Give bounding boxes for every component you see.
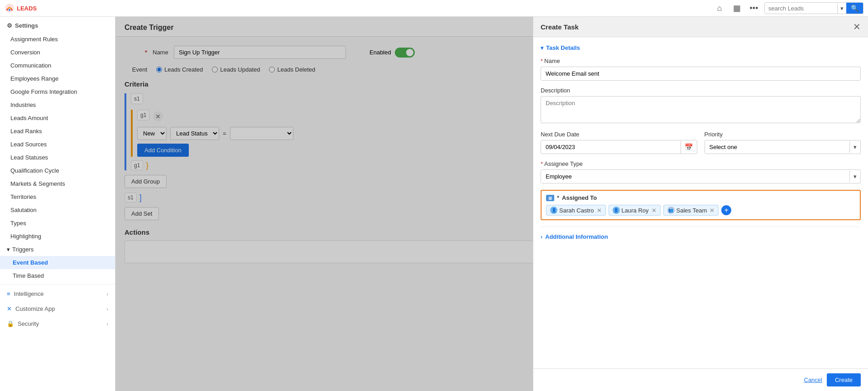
sidebar-item-event-based[interactable]: Event Based: [0, 256, 115, 269]
task-name-input[interactable]: [541, 67, 861, 81]
task-description-label: Description: [541, 87, 861, 94]
sidebar-item-highlighting[interactable]: Highlighting: [0, 230, 115, 243]
sidebar-item-salutation[interactable]: Salutation: [0, 203, 115, 217]
chevron-down-icon: ▾: [7, 246, 10, 253]
chevron-right-icon: ›: [106, 291, 108, 297]
sidebar-item-leads-amount[interactable]: Leads Amount: [0, 111, 115, 125]
chevron-right-icon-3: ›: [106, 321, 108, 327]
remove-sales-team-button[interactable]: ✕: [710, 208, 715, 213]
home-button[interactable]: ⌂: [713, 1, 726, 15]
assignee-type-dropdown-arrow[interactable]: ▾: [849, 171, 860, 182]
assignee-type-required-star: *: [541, 160, 543, 167]
assignee-team-icon-sales: 👥: [667, 207, 675, 214]
modal-title: Create Task: [541, 23, 579, 31]
task-priority-select-wrap: Select one ▾: [705, 140, 861, 154]
task-name-field-group: *Name: [541, 58, 861, 81]
modal-overlay: Create Task ✕ ▾ Task Details *Name: [115, 17, 868, 391]
search-button[interactable]: 🔍: [846, 3, 863, 14]
search-dropdown-arrow[interactable]: ▾: [837, 3, 846, 14]
search-wrap: ▾ 🔍: [764, 2, 863, 14]
assigned-to-required-star: *: [557, 194, 559, 201]
content-area: Create Trigger * Name Enabled Event Le: [115, 17, 868, 391]
task-priority-col: Priority Select one ▾: [705, 131, 861, 154]
modal-close-button[interactable]: ✕: [853, 22, 861, 31]
assignee-tags: 👤 Sarah Castro ✕ 👤 Laura Roy ✕ 👥: [546, 205, 855, 216]
modal-footer: Cancel Create: [533, 368, 868, 391]
task-details-section-header[interactable]: ▾ Task Details: [541, 44, 861, 51]
assignee-type-field-group: *Assignee Type Employee ▾: [541, 160, 861, 183]
assignee-name-laura: Laura Roy: [622, 207, 649, 214]
assignee-tag-sarah: 👤 Sarah Castro ✕: [546, 205, 606, 216]
more-button[interactable]: •••: [747, 1, 761, 15]
additional-info-section-header[interactable]: › Additional Information: [541, 227, 861, 240]
task-due-date-label: Next Due Date: [541, 131, 697, 138]
assignee-name-sales-team: Sales Team: [676, 207, 707, 214]
modal-body: ▾ Task Details *Name Description: [533, 37, 868, 368]
sidebar-item-lead-statuses[interactable]: Lead Statuses: [0, 151, 115, 164]
assignee-tag-sales-team: 👥 Sales Team ✕: [663, 205, 719, 216]
sidebar-security-group[interactable]: 🔒 Security ›: [0, 316, 115, 331]
remove-sarah-button[interactable]: ✕: [597, 208, 602, 213]
assignee-tag-laura: 👤 Laura Roy ✕: [609, 205, 661, 216]
sidebar-item-types[interactable]: Types: [0, 217, 115, 230]
task-name-required-star: *: [541, 58, 543, 64]
task-details-label: Task Details: [546, 44, 580, 51]
assigned-to-icon: ▦: [546, 195, 554, 201]
remove-laura-button[interactable]: ✕: [652, 208, 657, 213]
chart-button[interactable]: ▦: [730, 1, 743, 15]
task-details-chevron-icon: ▾: [541, 45, 543, 51]
add-assignee-button[interactable]: +: [721, 205, 731, 215]
assignee-person-icon-laura: 👤: [613, 207, 620, 214]
priority-dropdown-arrow[interactable]: ▾: [849, 141, 860, 153]
assignee-type-select-wrap: Employee ▾: [541, 169, 861, 183]
app-logo: LEADS: [5, 3, 37, 13]
task-date-wrap: 📅: [541, 140, 697, 154]
sidebar-item-lead-sources[interactable]: Lead Sources: [0, 138, 115, 151]
sidebar-item-qualification-cycle[interactable]: Qualification Cycle: [0, 164, 115, 177]
main-layout: ⚙ Settings Assignment Rules Conversion C…: [0, 17, 868, 391]
task-priority-label: Priority: [705, 131, 861, 138]
modal-panel: Create Task ✕ ▾ Task Details *Name: [533, 17, 868, 391]
sidebar-item-employees-range[interactable]: Employees Range: [0, 72, 115, 85]
task-description-field-group: Description: [541, 87, 861, 125]
task-name-label: *Name: [541, 58, 861, 64]
sidebar-customize-app-group[interactable]: ✕ Customize App ›: [0, 301, 115, 316]
assignee-name-sarah: Sarah Castro: [559, 207, 594, 214]
task-due-date-input[interactable]: [541, 140, 681, 154]
customize-icon: ✕: [7, 305, 12, 312]
sidebar-settings-title: ⚙ Settings: [0, 17, 115, 33]
assigned-to-label: Assigned To: [562, 194, 597, 201]
additional-info-label: Additional Information: [545, 233, 608, 240]
task-date-priority-row: Next Due Date 📅 Priority Select one: [541, 131, 861, 154]
create-button[interactable]: Create: [827, 373, 861, 386]
svg-point-1: [9, 9, 10, 11]
sidebar-item-conversion[interactable]: Conversion: [0, 46, 115, 59]
additional-info-chevron-icon: ›: [541, 234, 542, 240]
search-input[interactable]: [765, 3, 837, 14]
sidebar-item-time-based[interactable]: Time Based: [0, 269, 115, 282]
task-description-textarea[interactable]: [541, 96, 861, 123]
app-title: LEADS: [17, 5, 37, 12]
gear-icon: ⚙: [7, 22, 12, 29]
sidebar-item-lead-ranks[interactable]: Lead Ranks: [0, 125, 115, 138]
topnav: LEADS ⌂ ▦ ••• ▾ 🔍: [0, 0, 868, 17]
sidebar: ⚙ Settings Assignment Rules Conversion C…: [0, 17, 115, 391]
assigned-to-box: ▦ * Assigned To 👤 Sarah Castro ✕ 👤: [541, 190, 861, 220]
intelligence-icon: ≡: [7, 290, 10, 297]
sidebar-item-territories[interactable]: Territories: [0, 190, 115, 203]
sidebar-item-communication[interactable]: Communication: [0, 59, 115, 72]
calendar-icon-button[interactable]: 📅: [681, 141, 697, 154]
sidebar-item-markets-segments[interactable]: Markets & Segments: [0, 177, 115, 190]
cancel-button[interactable]: Cancel: [804, 373, 822, 386]
sidebar-item-google-forms[interactable]: Google Forms Integration: [0, 85, 115, 98]
assignee-type-select[interactable]: Employee: [541, 170, 849, 183]
assignee-person-icon-sarah: 👤: [550, 207, 557, 214]
modal-header: Create Task ✕: [533, 17, 868, 37]
sidebar-triggers-group[interactable]: ▾ Triggers: [0, 243, 115, 256]
sidebar-item-industries[interactable]: Industries: [0, 98, 115, 111]
task-priority-select[interactable]: Select one: [705, 140, 850, 154]
sidebar-item-assignment-rules[interactable]: Assignment Rules: [0, 33, 115, 46]
sidebar-intelligence-group[interactable]: ≡ Intelligence ›: [0, 286, 115, 301]
chevron-right-icon-2: ›: [106, 306, 108, 312]
assigned-to-header: ▦ * Assigned To: [546, 194, 855, 201]
